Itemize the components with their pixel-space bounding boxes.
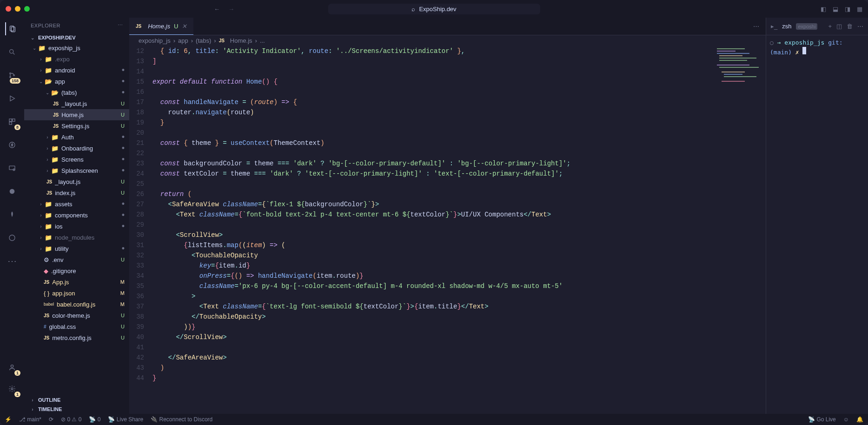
tree-file-colortheme[interactable]: JScolor-theme.jsU [24,310,129,321]
svg-rect-20 [717,53,749,54]
tree-folder-root[interactable]: ⌄📁expoship_js [24,42,129,53]
tree-folder-app[interactable]: ⌄📂app• [24,76,129,87]
terminal-more-icon[interactable]: ⋯ [857,23,863,30]
port-status[interactable]: 📡 0 [89,416,100,423]
tree-file-layout2[interactable]: JS_layout.jsU [24,176,129,187]
outline-section[interactable]: ›OUTLINE [24,395,129,405]
feedback-icon[interactable]: ☺ [843,416,849,423]
orb-icon[interactable] [6,185,19,198]
command-center[interactable]: ⌕ ExpoShip.dev [328,4,540,14]
debug-icon[interactable] [6,92,19,105]
more-icon[interactable]: ⋯ [6,255,19,268]
tree-file-env[interactable]: ⚙.envU [24,254,129,265]
layout-icon[interactable]: ▦ [857,6,862,13]
tree-file-settings[interactable]: JSSettings.jsU [24,120,129,131]
problems-status[interactable]: ⊘ 0 ⚠ 0 [61,416,81,423]
tree-file-appjson[interactable]: { }app.jsonM [24,288,129,299]
tab-close-icon[interactable]: ✕ [182,23,187,30]
svg-point-5 [10,77,11,78]
thunder-icon[interactable] [6,138,19,151]
tree-file-home[interactable]: JSHome.jsU [24,109,129,120]
minimize-window-button[interactable] [15,6,20,12]
tree-file-globalcss[interactable]: #global.cssU [24,321,129,332]
tree-folder-android[interactable]: ›📁android• [24,65,129,76]
tree-folder-ios[interactable]: ›📁ios• [24,221,129,232]
golive-status[interactable]: 📡 Go Live [808,416,836,423]
minimap-preview [715,46,766,116]
explorer-label: EXPLORER [31,23,60,28]
tree-file-appjs[interactable]: JSApp.jsM [24,276,129,288]
nav-arrows: ← → [214,6,234,13]
search-icon: ⌕ [411,6,415,13]
timeline-section[interactable]: ›TIMELINE [24,405,129,414]
code-editor[interactable]: 1213141516171819202122232425262728293031… [129,46,766,414]
project-section[interactable]: ⌄ EXPOSHIP.DEV [24,33,129,42]
remote-icon[interactable] [6,162,19,175]
settings-gear-icon[interactable]: 1 [6,382,19,395]
maximize-window-button[interactable] [24,6,30,12]
svg-rect-9 [13,119,15,121]
terminal-add-icon[interactable]: + [828,23,832,30]
tree-folder-screens[interactable]: ›📁Screens• [24,154,129,165]
panel-left-icon[interactable]: ◧ [821,6,826,13]
minimap[interactable] [715,46,766,116]
svg-rect-19 [717,51,735,52]
tab-actions-icon[interactable]: ⋯ [753,23,766,30]
breadcrumb[interactable]: expoship_js› app› (tabs)› JS Home.js› ..… [129,35,766,46]
svg-rect-26 [722,72,745,72]
tab-home[interactable]: JS Home.js U ✕ [129,18,193,35]
terminal-split-icon[interactable]: ◫ [836,23,842,30]
sync-status-icon[interactable]: ⟳ [49,416,53,423]
tree-file-index[interactable]: JSindex.jsU [24,187,129,198]
tree-folder-auth[interactable]: ›📁Auth• [24,131,129,143]
tree-folder-expo[interactable]: ›📁.expo [24,53,129,65]
tree-file-metro[interactable]: JSmetro.config.jsU [24,332,129,343]
svg-point-2 [10,50,13,53]
branch-status[interactable]: ⎇ main* [19,416,41,423]
layout-controls: ◧ ⬓ ◨ ▦ [821,6,862,13]
code-content[interactable]: { id: 6, title: 'Activity Indicator', ro… [152,46,766,414]
explorer-more-icon[interactable]: ⋯ [118,22,123,28]
terminal-content[interactable]: ○ → expoship_js git:(main) ✗ [766,35,868,414]
source-control-icon[interactable]: 158 [6,69,19,82]
terminal-tabs: ▸_ zsh exposhi + ◫ 🗑 ⋯ [766,18,868,35]
panel-right-icon[interactable]: ◨ [845,6,850,13]
terminal-icon: ▸_ [771,23,777,30]
tree-file-gitignore[interactable]: ◆.gitignore [24,265,129,276]
terminal-shell[interactable]: zsh [782,23,791,30]
remote-status-icon[interactable]: ⚡ [5,416,12,423]
nav-forward-icon[interactable]: → [228,6,234,13]
panel-bottom-icon[interactable]: ⬓ [833,6,838,13]
extensions-icon[interactable]: 8 [6,115,19,128]
tree-folder-onboarding[interactable]: ›📁Onboarding• [24,143,129,154]
liveshare-status[interactable]: 📡 Live Share [108,416,143,423]
close-window-button[interactable] [6,6,11,12]
svg-point-6 [13,75,15,76]
tree-file-babel[interactable]: babelbabel.config.jsM [24,299,129,310]
search-activity-icon[interactable] [6,46,19,59]
explorer-icon[interactable] [5,22,18,35]
terminal-label: exposhi [796,23,817,30]
terminal-trash-icon[interactable]: 🗑 [847,23,853,30]
editor-area: JS Home.js U ✕ ⋯ expoship_js› app› (tabs… [129,18,766,414]
tree-folder-nodemodules[interactable]: ›📁node_modules [24,232,129,243]
tree-folder-assets[interactable]: ›📁assets• [24,198,129,209]
tree-folder-components[interactable]: ›📁components• [24,209,129,221]
prompt-arrow-icon: → [777,39,781,46]
tree-folder-utility[interactable]: ›📁utility• [24,243,129,254]
mongo-icon[interactable] [6,208,19,221]
nav-back-icon[interactable]: ← [214,6,220,13]
ext-badge: 8 [14,124,20,130]
svg-rect-23 [719,60,747,61]
github-icon[interactable] [6,231,19,244]
account-icon[interactable]: 1 [6,361,19,374]
svg-rect-22 [719,58,756,59]
tree-file-layout[interactable]: JS_layout.jsU [24,98,129,109]
js-file-icon: JS [136,24,141,29]
svg-rect-27 [724,74,742,75]
svg-point-14 [10,189,15,194]
discord-status[interactable]: 🔌 Reconnect to Discord [151,416,212,423]
bell-icon[interactable]: 🔔 [856,416,863,423]
tree-folder-splash[interactable]: ›📁Splashscreen• [24,165,129,176]
tree-folder-tabs[interactable]: ⌄📂(tabs)• [24,87,129,98]
